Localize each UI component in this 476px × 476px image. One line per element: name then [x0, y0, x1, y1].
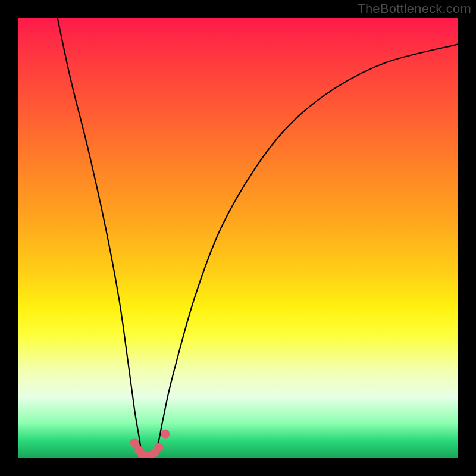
curve-marker: [161, 430, 170, 439]
curve-marker: [130, 439, 139, 447]
bottleneck-curve-path: [58, 18, 458, 458]
chart-frame: TheBottleneck.com: [0, 0, 476, 476]
curve-marker: [154, 443, 163, 452]
curve-layer: [18, 18, 458, 458]
watermark-text: TheBottleneck.com: [357, 1, 471, 17]
curve-markers: [130, 430, 170, 458]
plot-area: [18, 18, 458, 458]
